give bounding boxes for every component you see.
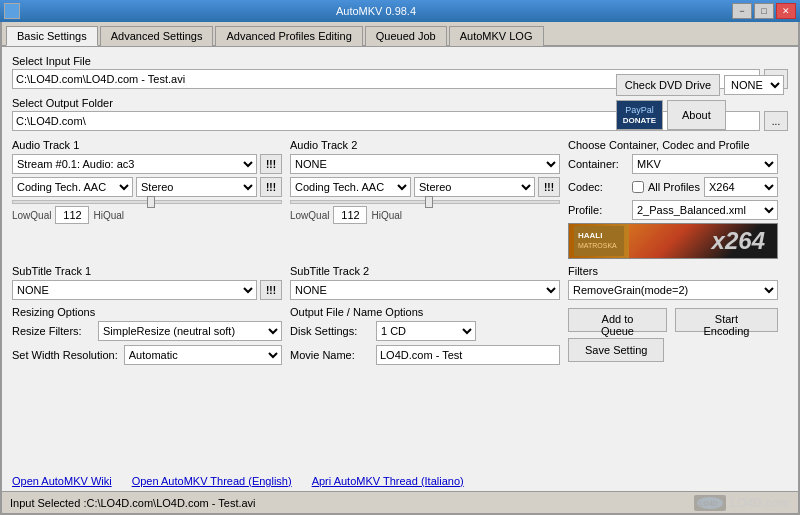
tabs-row: Basic Settings Advanced Settings Advance…: [2, 22, 798, 47]
audio-track-1-qual-input[interactable]: [55, 206, 89, 224]
all-profiles-label: All Profiles: [648, 181, 700, 193]
profile-row: Profile: 2_Pass_Balanced.xml: [568, 200, 778, 220]
content-area: Check DVD Drive NONE PayPal DONATE About…: [2, 47, 798, 512]
codec-row: Codec: All Profiles X264: [568, 177, 778, 197]
container-select[interactable]: MKV: [632, 154, 778, 174]
audio-track-1-stream-row: Stream #0.1: Audio: ac3 !!!: [12, 154, 282, 174]
audio-track-2-codec-select[interactable]: Coding Tech. AAC: [290, 177, 411, 197]
tab-advanced-profiles[interactable]: Advanced Profiles Editing: [215, 26, 362, 46]
movie-name-row: Movie Name:: [290, 345, 560, 365]
main-window: Basic Settings Advanced Settings Advance…: [0, 22, 800, 515]
disk-settings-select[interactable]: 1 CD: [376, 321, 476, 341]
link-wiki[interactable]: Open AutoMKV Wiki: [12, 475, 112, 487]
tab-basic-settings[interactable]: Basic Settings: [6, 26, 98, 46]
resize-width-select[interactable]: Automatic: [124, 345, 282, 365]
filters-select[interactable]: RemoveGrain(mode=2): [568, 280, 778, 300]
bottom-buttons-row: Add to Queue Start Encoding: [568, 308, 778, 332]
start-encoding-button[interactable]: Start Encoding: [675, 308, 778, 332]
filters-buttons-right: Filters RemoveGrain(mode=2) Add to Queue…: [568, 265, 778, 369]
movie-name-input[interactable]: [376, 345, 560, 365]
audio-track-1-codec-excl-btn[interactable]: !!!: [260, 177, 282, 197]
save-setting-button[interactable]: Save Setting: [568, 338, 664, 362]
lo4d-watermark: LO4D: [696, 496, 724, 510]
codec-banner: HAALI MATROSKA x264: [568, 223, 778, 259]
output-file-group-label: Output File / Name Options: [290, 306, 560, 318]
maximize-button[interactable]: □: [754, 3, 774, 19]
filters-label: Filters: [568, 265, 778, 277]
subtitle-track-2-row: NONE: [290, 280, 560, 300]
audio-track-1-excl-btn[interactable]: !!!: [260, 154, 282, 174]
paypal-button[interactable]: PayPal DONATE: [616, 100, 663, 130]
input-file-label: Select Input File: [12, 55, 788, 67]
svg-text:HAALI: HAALI: [578, 231, 602, 240]
resizing-options-label: Resizing Options: [12, 306, 282, 318]
audio-track-2-label: Audio Track 2: [290, 139, 560, 151]
link-thread-en[interactable]: Open AutoMKV Thread (English): [132, 475, 292, 487]
svg-text:LO4D: LO4D: [699, 500, 718, 507]
app-icon: [4, 3, 20, 19]
audio-track-1-label: Audio Track 1: [12, 139, 282, 151]
resize-filter-row: Resize Filters: SimpleResize (neutral so…: [12, 321, 282, 341]
audio-track-1-codec-select[interactable]: Coding Tech. AAC: [12, 177, 133, 197]
haali-logo: HAALI MATROSKA: [574, 226, 624, 256]
subtitle-track-1-excl-btn[interactable]: !!!: [260, 280, 282, 300]
audio-track-2-codec-excl-btn[interactable]: !!!: [538, 177, 560, 197]
lo4d-logo-text: LO4D.com: [730, 496, 790, 510]
subtitle-track-1-select[interactable]: NONE: [12, 280, 257, 300]
codec-select[interactable]: X264: [704, 177, 778, 197]
tab-advanced-settings[interactable]: Advanced Settings: [100, 26, 214, 46]
links-row: Open AutoMKV Wiki Open AutoMKV Thread (E…: [12, 475, 464, 487]
resize-width-label: Set Width Resolution:: [12, 349, 118, 361]
audio-track-1-stream-select[interactable]: Stream #0.1: Audio: ac3: [12, 154, 257, 174]
tab-automkv-log[interactable]: AutoMKV LOG: [449, 26, 544, 46]
movie-name-label: Movie Name:: [290, 349, 370, 361]
subtitle-track-1-label: SubTitle Track 1: [12, 265, 282, 277]
dvd-drive-select[interactable]: NONE: [724, 75, 784, 95]
audio-track-2-lowqual-label: LowQual: [290, 210, 329, 221]
codec-banner-text: x264: [712, 227, 773, 255]
subtitle-track-2-select[interactable]: NONE: [290, 280, 560, 300]
audio-track-2-channels-select[interactable]: Stereo: [414, 177, 535, 197]
check-dvd-button[interactable]: Check DVD Drive: [616, 74, 720, 96]
about-button[interactable]: About: [667, 100, 726, 130]
audio-track-2-stream-select[interactable]: NONE: [290, 154, 560, 174]
audio-track-2-section: Audio Track 2 NONE Coding Tech. AAC Ster…: [290, 139, 560, 259]
audio-track-1-qual-row: LowQual HiQual: [12, 206, 282, 224]
profile-select[interactable]: 2_Pass_Balanced.xml: [632, 200, 778, 220]
resize-filter-select[interactable]: SimpleResize (neutral soft): [98, 321, 282, 341]
close-button[interactable]: ✕: [776, 3, 796, 19]
window-title: AutoMKV 0.98.4: [20, 5, 732, 17]
add-to-queue-button[interactable]: Add to Queue: [568, 308, 667, 332]
audio-track-1-hiqual-label: HiQual: [93, 210, 124, 221]
disk-settings-row: Disk Settings: 1 CD: [290, 321, 560, 341]
subtitle-track-2-label: SubTitle Track 2: [290, 265, 560, 277]
audio-track-1-channels-select[interactable]: Stereo: [136, 177, 257, 197]
disk-settings-label: Disk Settings:: [290, 325, 370, 337]
paypal-about-row: PayPal DONATE About: [616, 100, 726, 130]
status-right: LO4D LO4D.com: [694, 495, 790, 511]
container-label: Container:: [568, 158, 628, 170]
audio-track-2-stream-row: NONE: [290, 154, 560, 174]
codec-label: Codec:: [568, 181, 628, 193]
minimize-button[interactable]: −: [732, 3, 752, 19]
subtitle-track-1-row: NONE !!!: [12, 280, 282, 300]
status-text: Input Selected :C:\LO4D.com\LO4D.com - T…: [10, 497, 256, 509]
status-bar: Input Selected :C:\LO4D.com\LO4D.com - T…: [2, 491, 798, 513]
audio-track-1-codec-row: Coding Tech. AAC Stereo !!!: [12, 177, 282, 197]
profile-label: Profile:: [568, 204, 628, 216]
all-profiles-checkbox[interactable]: [632, 181, 644, 193]
audio-track-2-qual-input[interactable]: [333, 206, 367, 224]
link-thread-it[interactable]: Apri AutoMKV Thread (Italiano): [312, 475, 464, 487]
audio-track-2-codec-row: Coding Tech. AAC Stereo !!!: [290, 177, 560, 197]
svg-text:MATROSKA: MATROSKA: [578, 242, 617, 249]
resize-filter-label: Resize Filters:: [12, 325, 92, 337]
container-group-label: Choose Container, Codec and Profile: [568, 139, 778, 151]
container-row: Container: MKV: [568, 154, 778, 174]
tab-queued-job[interactable]: Queued Job: [365, 26, 447, 46]
subtitle-resize-left: SubTitle Track 1 NONE !!! Resizing Optio…: [12, 265, 282, 369]
title-bar-buttons: − □ ✕: [732, 3, 796, 19]
container-section: Choose Container, Codec and Profile Cont…: [568, 139, 778, 259]
audio-track-1-lowqual-label: LowQual: [12, 210, 51, 221]
resize-width-row: Set Width Resolution: Automatic: [12, 345, 282, 365]
audio-track-2-hiqual-label: HiQual: [371, 210, 402, 221]
